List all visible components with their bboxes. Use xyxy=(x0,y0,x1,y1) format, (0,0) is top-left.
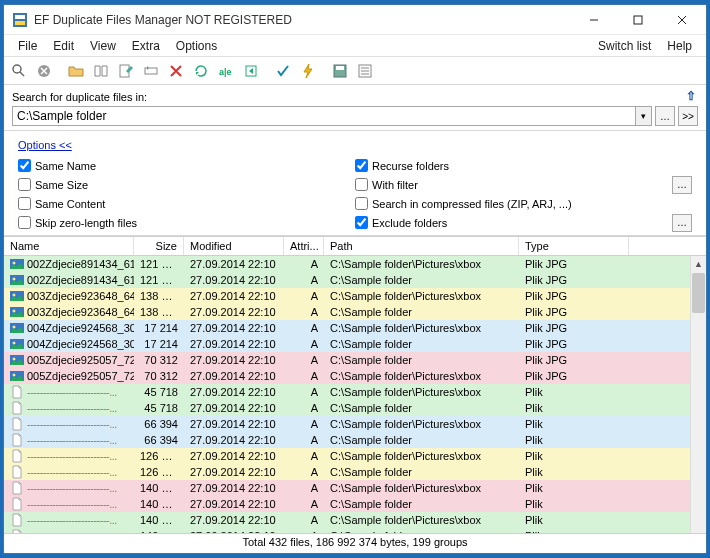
opt-same-content[interactable]: Same Content xyxy=(18,197,355,210)
table-row[interactable]: 005Zdjecie925057_724...70 31227.09.2014 … xyxy=(4,352,690,368)
open-folder-icon[interactable] xyxy=(65,60,87,82)
cell-path: C:\Sample folder\Pictures\xbox xyxy=(324,450,519,462)
cell-path: C:\Sample folder\Pictures\xbox xyxy=(324,258,519,270)
cell-type: Plik xyxy=(519,450,629,462)
cell-type: Plik JPG xyxy=(519,370,629,382)
path-input[interactable] xyxy=(12,106,636,126)
refresh-icon[interactable] xyxy=(190,60,212,82)
export-icon[interactable] xyxy=(240,60,262,82)
menu-options[interactable]: Options xyxy=(168,37,225,55)
compare-icon[interactable]: a|e xyxy=(215,60,237,82)
cell-modified: 27.09.2014 22:10 xyxy=(184,274,284,286)
table-row[interactable]: --------------------------...126 04327.0… xyxy=(4,464,690,480)
menu-help[interactable]: Help xyxy=(659,37,700,55)
checkbox-compressed[interactable] xyxy=(355,197,368,210)
col-type[interactable]: Type xyxy=(519,237,629,255)
menu-file[interactable]: File xyxy=(10,37,45,55)
save-list-icon[interactable] xyxy=(329,60,351,82)
cell-attr: A xyxy=(284,418,324,430)
cell-size: 140 588 xyxy=(134,514,184,526)
table-row[interactable]: 002Zdjecie891434_615...121 42827.09.2014… xyxy=(4,256,690,272)
opt-skip-zero[interactable]: Skip zero-length files xyxy=(18,216,355,229)
opt-with-filter[interactable]: With filter… xyxy=(355,178,692,191)
col-attr[interactable]: Attri... xyxy=(284,237,324,255)
exclude-config-button[interactable]: … xyxy=(672,214,692,232)
checkbox-with-filter[interactable] xyxy=(355,178,368,191)
checkbox-same-size[interactable] xyxy=(18,178,31,191)
image-file-icon xyxy=(10,305,24,319)
check-icon[interactable] xyxy=(272,60,294,82)
vertical-scrollbar[interactable]: ▲ ▼ xyxy=(690,256,706,533)
status-bar: Total 432 files, 186 992 374 bytes, 199 … xyxy=(4,533,706,553)
properties-icon[interactable] xyxy=(354,60,376,82)
cell-modified: 27.09.2014 22:10 xyxy=(184,354,284,366)
options-toggle-link[interactable]: Options << xyxy=(18,139,72,151)
svg-rect-17 xyxy=(336,66,344,70)
stop-icon[interactable] xyxy=(33,60,55,82)
table-row[interactable]: --------------------------...140 30327.0… xyxy=(4,496,690,512)
scroll-thumb[interactable] xyxy=(692,273,705,313)
close-button[interactable] xyxy=(660,6,704,34)
book-icon[interactable] xyxy=(90,60,112,82)
col-size[interactable]: Size xyxy=(134,237,184,255)
menu-extra[interactable]: Extra xyxy=(124,37,168,55)
table-row[interactable]: 004Zdjecie924568_307...17 21427.09.2014 … xyxy=(4,336,690,352)
cell-type: Plik xyxy=(519,434,629,446)
table-row[interactable]: --------------------------...140 58827.0… xyxy=(4,512,690,528)
table-row[interactable]: --------------------------...66 39427.09… xyxy=(4,432,690,448)
opt-compressed[interactable]: Search in compressed files (ZIP, ARJ, ..… xyxy=(355,197,692,210)
checkbox-same-name[interactable] xyxy=(18,159,31,172)
cell-modified: 27.09.2014 22:10 xyxy=(184,306,284,318)
generic-file-icon xyxy=(10,417,24,431)
checkbox-recurse[interactable] xyxy=(355,159,368,172)
checkbox-skip-zero[interactable] xyxy=(18,216,31,229)
col-name[interactable]: Name xyxy=(4,237,134,255)
table-row[interactable]: 002Zdjecie891434_615...121 42827.09.2014… xyxy=(4,272,690,288)
table-row[interactable]: 005Zdjecie925057_724...70 31227.09.2014 … xyxy=(4,368,690,384)
cell-modified: 27.09.2014 22:10 xyxy=(184,386,284,398)
go-button[interactable]: >> xyxy=(678,106,698,126)
path-dropdown-icon[interactable]: ▾ xyxy=(636,106,652,126)
opt-exclude[interactable]: Exclude folders… xyxy=(355,216,692,229)
checkbox-same-content[interactable] xyxy=(18,197,31,210)
browse-button[interactable]: … xyxy=(655,106,675,126)
checkbox-exclude[interactable] xyxy=(355,216,368,229)
opt-same-size[interactable]: Same Size xyxy=(18,178,355,191)
delete-icon[interactable] xyxy=(165,60,187,82)
table-row[interactable]: 003Zdjecie923648_645...138 03827.09.2014… xyxy=(4,288,690,304)
filter-config-button[interactable]: … xyxy=(672,176,692,194)
rename-icon[interactable] xyxy=(140,60,162,82)
table-row[interactable]: --------------------------...66 39427.09… xyxy=(4,416,690,432)
table-row[interactable]: --------------------------...140 58827.0… xyxy=(4,528,690,533)
cell-type: Plik xyxy=(519,386,629,398)
menu-edit[interactable]: Edit xyxy=(45,37,82,55)
bolt-icon[interactable] xyxy=(297,60,319,82)
table-row[interactable]: 004Zdjecie924568_307...17 21427.09.2014 … xyxy=(4,320,690,336)
collapse-icon[interactable]: ⇧ xyxy=(686,89,696,103)
maximize-button[interactable] xyxy=(616,6,660,34)
edit-page-icon[interactable] xyxy=(115,60,137,82)
opt-same-name[interactable]: Same Name xyxy=(18,159,355,172)
cell-size: 70 312 xyxy=(134,370,184,382)
cell-size: 140 588 xyxy=(134,530,184,533)
opt-recurse[interactable]: Recurse folders xyxy=(355,159,692,172)
menu-view[interactable]: View xyxy=(82,37,124,55)
svg-rect-4 xyxy=(634,16,642,24)
table-row[interactable]: 003Zdjecie923648_645...138 03827.09.2014… xyxy=(4,304,690,320)
cell-path: C:\Sample folder xyxy=(324,434,519,446)
cell-modified: 27.09.2014 22:10 xyxy=(184,258,284,270)
col-modified[interactable]: Modified xyxy=(184,237,284,255)
table-row[interactable]: --------------------------...45 71827.09… xyxy=(4,400,690,416)
minimize-button[interactable] xyxy=(572,6,616,34)
table-row[interactable]: --------------------------...45 71827.09… xyxy=(4,384,690,400)
cell-modified: 27.09.2014 22:10 xyxy=(184,514,284,526)
cell-modified: 27.09.2014 22:10 xyxy=(184,290,284,302)
cell-path: C:\Sample folder xyxy=(324,338,519,350)
table-row[interactable]: --------------------------...140 30327.0… xyxy=(4,480,690,496)
generic-file-icon xyxy=(10,497,24,511)
menu-switch-list[interactable]: Switch list xyxy=(590,37,659,55)
table-row[interactable]: --------------------------...126 04327.0… xyxy=(4,448,690,464)
search-icon[interactable] xyxy=(8,60,30,82)
col-path[interactable]: Path xyxy=(324,237,519,255)
scroll-up-icon[interactable]: ▲ xyxy=(691,256,706,272)
